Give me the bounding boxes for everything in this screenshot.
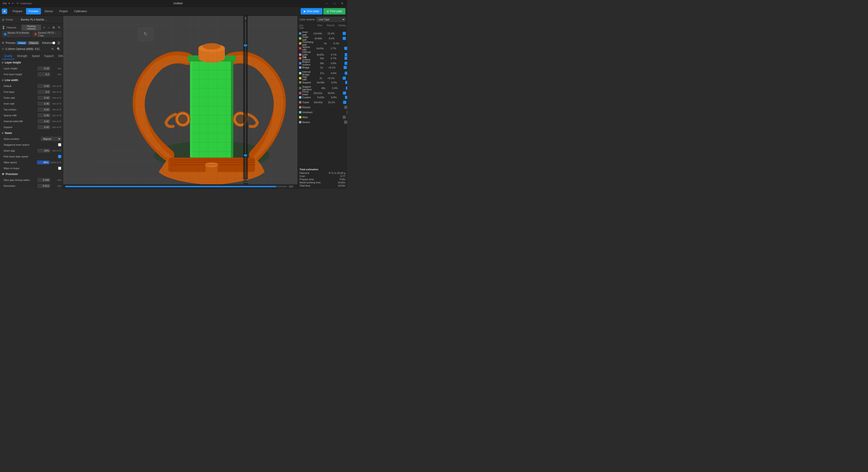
input-layer-height[interactable] <box>38 67 50 70</box>
vis-toggle[interactable] <box>343 37 346 40</box>
vis-toggle[interactable] <box>343 101 346 104</box>
lt-visibility[interactable] <box>336 62 347 65</box>
top-nav: 🏠 Prepare Preview Device Project Calibra… <box>0 7 347 16</box>
tab-device[interactable]: Device <box>42 8 56 14</box>
input-support[interactable] <box>38 125 50 129</box>
center-canvas[interactable]: ↻ 394 63.08 0.20 203 <box>63 16 298 189</box>
filament-chip-2[interactable]: 2 Generic PETG - Copy <box>32 31 61 37</box>
vis-toggle[interactable] <box>345 53 347 56</box>
group-layer-height[interactable]: ≡ Layer height <box>0 60 63 66</box>
tag-objects[interactable]: Objects <box>28 41 39 44</box>
group-line-width[interactable]: ≡ Line width <box>0 77 63 83</box>
group-seam[interactable]: ≡ Seam <box>0 130 63 136</box>
input-top-surface[interactable] <box>38 108 50 111</box>
input-wipe-speed[interactable] <box>37 161 50 164</box>
slider-thumb-top[interactable] <box>244 44 247 46</box>
close-btn[interactable]: ✕ <box>339 1 345 6</box>
lt-visibility[interactable] <box>337 53 347 56</box>
maximize-btn[interactable]: □ <box>331 1 338 6</box>
tab-strength[interactable]: Strength <box>15 53 29 59</box>
input-resolution[interactable] <box>38 184 50 188</box>
vis-toggle[interactable] <box>346 111 347 114</box>
lt-visibility[interactable] <box>337 72 347 75</box>
vis-toggle[interactable] <box>346 87 347 90</box>
process-list-btn[interactable]: ☰ <box>57 41 61 45</box>
vis-toggle[interactable] <box>345 81 347 84</box>
tab-others[interactable]: Others <box>56 53 63 59</box>
lt-visibility[interactable] <box>336 106 347 109</box>
input-first-layer[interactable] <box>38 90 50 94</box>
slider-thumb-bottom[interactable] <box>244 155 247 156</box>
lt-visibility[interactable] <box>335 76 346 80</box>
lt-visibility[interactable] <box>336 121 347 124</box>
input-sparse-infill[interactable] <box>38 113 50 117</box>
input-default[interactable] <box>38 84 50 88</box>
tab-prepare[interactable]: Prepare <box>10 8 25 14</box>
lt-visibility[interactable] <box>335 32 346 35</box>
filament-settings-btn[interactable]: ⚙ <box>52 26 56 29</box>
print-plate-btn[interactable]: 🖨 Print plate <box>323 8 345 14</box>
lt-visibility[interactable] <box>337 96 347 99</box>
lt-visibility[interactable] <box>335 37 346 40</box>
input-slice-gap[interactable] <box>38 178 50 182</box>
tab-calibration[interactable]: Calibration <box>71 8 90 14</box>
lt-visibility[interactable] <box>336 66 347 69</box>
vis-toggle[interactable] <box>343 115 346 119</box>
progress-track[interactable] <box>65 186 287 187</box>
input-internal-solid[interactable] <box>38 120 50 123</box>
select-seam-position[interactable]: AlignedRandomNearest <box>41 137 61 141</box>
lt-visibility[interactable] <box>335 101 346 104</box>
filament-add-btn[interactable]: + <box>42 26 46 29</box>
filament-edit-btn[interactable]: ✎ <box>57 26 61 29</box>
preset-edit-btn[interactable]: ✎ <box>51 47 55 51</box>
preset-search-btn[interactable]: 🔍 <box>56 47 61 51</box>
slider-track[interactable] <box>245 21 246 178</box>
tab-preview[interactable]: Preview <box>26 8 41 14</box>
input-inner-wall[interactable] <box>38 102 50 105</box>
vis-toggle[interactable] <box>344 57 347 60</box>
lt-visibility[interactable] <box>335 115 346 119</box>
undo-btn[interactable]: ↩ <box>11 2 15 5</box>
slice-plate-btn[interactable]: ▶ Slice plate <box>301 8 322 14</box>
file-menu[interactable]: File <box>2 2 8 5</box>
filament-remove-btn[interactable]: − <box>47 26 50 29</box>
lt-visibility[interactable] <box>336 47 347 50</box>
vis-toggle[interactable] <box>344 121 347 124</box>
label-internal-solid: Internal solid infill <box>4 120 38 123</box>
vis-toggle[interactable] <box>344 106 347 109</box>
vis-toggle[interactable] <box>344 62 347 65</box>
lt-visibility[interactable] <box>336 57 347 60</box>
flushing-volumes-btn[interactable]: Flushing volumes <box>22 25 41 31</box>
input-first-layer-height[interactable] <box>38 72 50 76</box>
vis-toggle[interactable] <box>343 32 346 35</box>
tag-global[interactable]: Global <box>17 41 27 44</box>
vis-toggle[interactable] <box>343 92 346 95</box>
tab-project[interactable]: Project <box>57 8 70 14</box>
cb-checked-wipe-role[interactable]: ✓ <box>58 155 61 158</box>
input-seam-gap[interactable] <box>38 149 50 153</box>
minimize-btn[interactable]: ─ <box>324 1 330 6</box>
lt-visibility[interactable] <box>338 87 347 90</box>
lt-visibility[interactable] <box>338 111 347 114</box>
filament-chip-1[interactable]: 1 Bambu PLA Marble ... <box>2 31 31 37</box>
lt-visibility[interactable] <box>337 81 347 84</box>
cb-wipe-on-loops[interactable] <box>58 167 61 170</box>
color-scheme-select[interactable]: Line Type Feature Type Layer Height <box>317 17 345 22</box>
tab-support[interactable]: Support <box>42 53 56 59</box>
vis-toggle[interactable] <box>343 76 346 80</box>
layer-slider[interactable]: 394 63.08 0.20 <box>243 16 248 184</box>
input-outer-wall[interactable] <box>38 96 50 100</box>
vis-toggle[interactable] <box>344 66 347 69</box>
lt-visibility[interactable] <box>339 42 347 45</box>
group-precision[interactable]: ⚙ Precision <box>0 171 63 177</box>
lt-time: 5s <box>313 42 327 45</box>
lt-visibility[interactable] <box>335 92 346 95</box>
vis-toggle[interactable] <box>345 72 347 75</box>
tab-quality[interactable]: Quality <box>2 53 15 59</box>
cb-staggered-seams[interactable] <box>58 143 61 146</box>
redo-btn[interactable]: ↪ <box>16 2 20 5</box>
vis-toggle[interactable] <box>345 96 347 99</box>
lt-name: Internal Bridge <box>299 70 311 76</box>
vis-toggle[interactable] <box>344 47 347 50</box>
tab-speed[interactable]: Speed <box>30 53 42 59</box>
